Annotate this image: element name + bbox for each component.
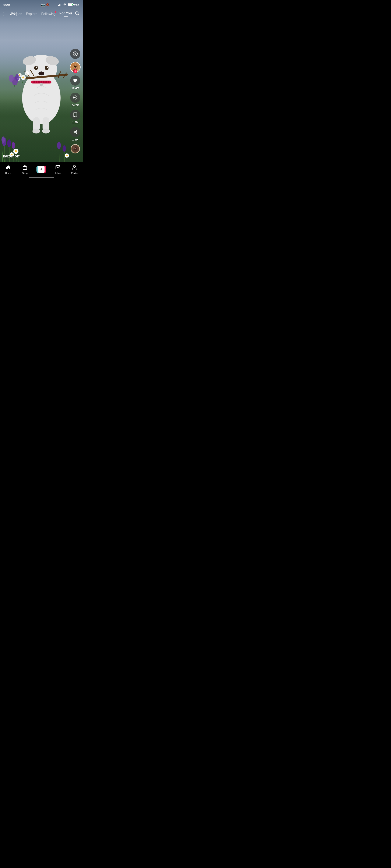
share-icon (72, 129, 78, 135)
svg-point-44 (12, 142, 15, 149)
status-time: 6:29 (3, 3, 10, 6)
shop-label: Shop (22, 172, 28, 175)
svg-rect-58 (60, 4, 60, 6)
svg-point-33 (48, 81, 50, 83)
share-count: 1.6M (72, 138, 79, 141)
nav-shop[interactable]: Shop (19, 164, 31, 175)
svg-point-22 (15, 74, 19, 81)
effect-icon (72, 51, 78, 57)
create-button[interactable]: + (36, 166, 46, 173)
bookmark-action[interactable]: 1.5M (70, 110, 80, 124)
tab-following[interactable]: Following (41, 12, 56, 16)
bookmark-icon-circle[interactable] (70, 110, 80, 120)
svg-point-83 (76, 130, 77, 132)
wifi-icon (63, 3, 67, 6)
search-button[interactable] (74, 11, 80, 17)
create-plus-icon: + (40, 167, 42, 171)
svg-point-46 (15, 150, 17, 152)
nav-tabs: Friends Explore Following For You (11, 11, 72, 17)
svg-rect-90 (23, 166, 27, 169)
active-tab-indicator (64, 16, 68, 17)
follow-plus-button[interactable]: + (73, 69, 78, 73)
shop-icon (22, 164, 28, 171)
video-info: kaizenoff (0, 154, 68, 162)
create-btn-white: + (38, 166, 44, 173)
svg-point-8 (38, 71, 44, 75)
svg-point-19 (19, 74, 21, 76)
heart-icon (72, 78, 78, 83)
svg-point-80 (74, 97, 75, 98)
signal-icon: 🔕 (46, 3, 57, 7)
camera-status-icon: 📷 (41, 3, 45, 7)
bookmark-count: 1.5M (72, 121, 79, 124)
svg-point-28 (36, 81, 37, 83)
svg-point-69 (74, 53, 75, 53)
svg-rect-56 (58, 5, 59, 6)
comment-action[interactable]: 64.7K (70, 93, 80, 107)
tab-for-you-wrapper[interactable]: For You (59, 11, 72, 17)
like-action[interactable]: 16.4M (70, 75, 80, 90)
svg-point-82 (76, 97, 76, 98)
svg-point-21 (9, 74, 14, 82)
inbox-icon (55, 164, 61, 171)
share-icon-circle[interactable] (70, 127, 80, 137)
svg-point-85 (73, 131, 75, 133)
phone-container: 6:29 📷 🔕 (0, 0, 83, 179)
status-icons: 📷 🔕 (41, 3, 79, 7)
comment-icon (72, 95, 78, 100)
creator-avatar-container[interactable]: + (70, 62, 81, 72)
music-disc-action[interactable] (70, 144, 80, 153)
svg-point-40 (1, 136, 5, 143)
home-icon (5, 164, 11, 171)
svg-point-71 (75, 54, 76, 55)
svg-point-17 (25, 71, 29, 75)
home-indicator (29, 177, 54, 178)
like-count: 16.4M (71, 87, 79, 90)
svg-point-84 (76, 132, 77, 134)
svg-point-37 (42, 129, 50, 133)
share-action[interactable]: 1.6M (70, 127, 80, 141)
live-button[interactable]: LIVE (3, 12, 17, 16)
bookmark-icon (73, 112, 78, 118)
effect-action[interactable] (70, 49, 80, 59)
comment-icon-circle[interactable] (70, 93, 80, 103)
nav-inbox[interactable]: Inbox (52, 164, 64, 175)
right-actions: + 16.4M 64.7K (70, 49, 81, 153)
video-username[interactable]: kaizenoff (3, 154, 65, 158)
tab-explore[interactable]: Explore (26, 12, 37, 16)
svg-point-7 (47, 66, 48, 68)
svg-point-78 (74, 66, 76, 68)
tab-following-wrapper[interactable]: Following (41, 12, 56, 16)
creator-avatar-action[interactable]: + (70, 62, 81, 72)
status-bar: 6:29 📷 🔕 (0, 0, 83, 9)
svg-point-4 (34, 66, 38, 70)
svg-point-5 (45, 66, 49, 70)
like-icon-circle[interactable] (70, 75, 80, 86)
svg-point-32 (45, 81, 47, 83)
effect-icon-circle[interactable] (70, 49, 80, 59)
battery-percent: 92% (74, 3, 79, 6)
svg-text:🔕: 🔕 (46, 3, 49, 6)
svg-point-52 (63, 145, 66, 152)
nav-home[interactable]: Home (2, 164, 14, 175)
svg-line-66 (78, 14, 79, 16)
svg-rect-57 (59, 4, 60, 6)
tab-for-you[interactable]: For You (59, 11, 72, 15)
svg-point-88 (74, 148, 76, 149)
nav-create[interactable]: + (35, 166, 48, 173)
top-navigation: LIVE Friends Explore Following For You (0, 9, 83, 18)
svg-rect-91 (56, 165, 60, 169)
dog-illustration (5, 13, 78, 140)
music-disc[interactable] (70, 144, 80, 153)
svg-rect-59 (61, 3, 61, 6)
svg-point-29 (38, 81, 40, 83)
svg-point-42 (7, 140, 11, 147)
svg-point-89 (73, 147, 75, 149)
svg-point-31 (43, 81, 45, 83)
svg-point-50 (57, 142, 61, 149)
svg-point-6 (36, 66, 37, 68)
svg-point-36 (32, 129, 40, 133)
battery-icon: 92% (68, 3, 79, 6)
svg-point-18 (22, 76, 24, 79)
nav-profile[interactable]: Profile (68, 164, 81, 175)
